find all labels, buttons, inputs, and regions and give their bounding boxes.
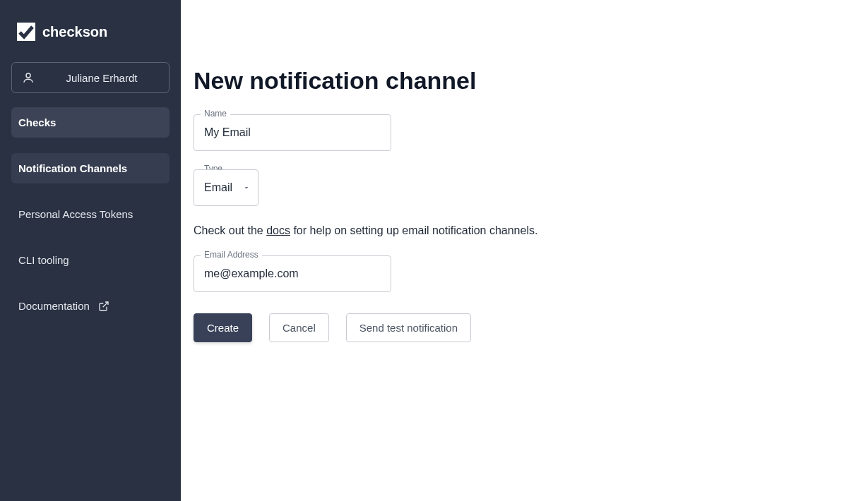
sidebar-item-checks[interactable]: Checks — [11, 107, 170, 138]
email-field: Email Address — [194, 255, 391, 292]
user-icon — [22, 71, 35, 84]
button-row: Create Cancel Send test notification — [194, 313, 855, 342]
type-value: Email — [204, 181, 232, 194]
sidebar-item-personal-access-tokens[interactable]: Personal Access Tokens — [11, 199, 170, 229]
type-select[interactable]: Email — [194, 169, 258, 206]
sidebar-item-label: Documentation — [18, 300, 90, 312]
email-label: Email Address — [201, 250, 262, 260]
cancel-button[interactable]: Cancel — [269, 313, 329, 342]
sidebar-item-notification-channels[interactable]: Notification Channels — [11, 153, 170, 183]
type-field: Type Email — [194, 169, 258, 206]
page-title: New notification channel — [194, 67, 855, 95]
name-input[interactable] — [194, 114, 391, 151]
logo-icon — [17, 23, 35, 41]
brand-name: checkson — [42, 24, 107, 40]
sidebar-item-label: Personal Access Tokens — [18, 208, 133, 220]
sidebar-item-documentation[interactable]: Documentation — [11, 291, 170, 321]
email-input[interactable] — [194, 255, 391, 292]
sidebar-item-label: Checks — [18, 116, 56, 128]
help-post: for help on setting up email notificatio… — [290, 224, 537, 236]
svg-point-1 — [26, 73, 30, 78]
sidebar-item-label: CLI tooling — [18, 254, 69, 266]
user-menu[interactable]: Juliane Erhardt — [11, 62, 170, 93]
svg-line-2 — [103, 302, 108, 307]
sidebar: checkson Juliane Erhardt Checks Notifica… — [0, 0, 181, 501]
brand-logo[interactable]: checkson — [11, 17, 170, 47]
name-label: Name — [201, 109, 230, 119]
name-field: Name — [194, 114, 391, 151]
create-button[interactable]: Create — [194, 313, 252, 342]
help-text: Check out the docs for help on setting u… — [194, 224, 855, 237]
send-test-button[interactable]: Send test notification — [346, 313, 471, 342]
help-pre: Check out the — [194, 224, 266, 236]
external-link-icon — [98, 301, 109, 312]
docs-link[interactable]: docs — [266, 224, 290, 236]
sidebar-item-cli-tooling[interactable]: CLI tooling — [11, 245, 170, 275]
chevron-down-icon — [242, 183, 251, 192]
user-name: Juliane Erhardt — [44, 72, 159, 84]
sidebar-item-label: Notification Channels — [18, 162, 127, 174]
main-content: New notification channel Name Type Email… — [181, 0, 868, 501]
